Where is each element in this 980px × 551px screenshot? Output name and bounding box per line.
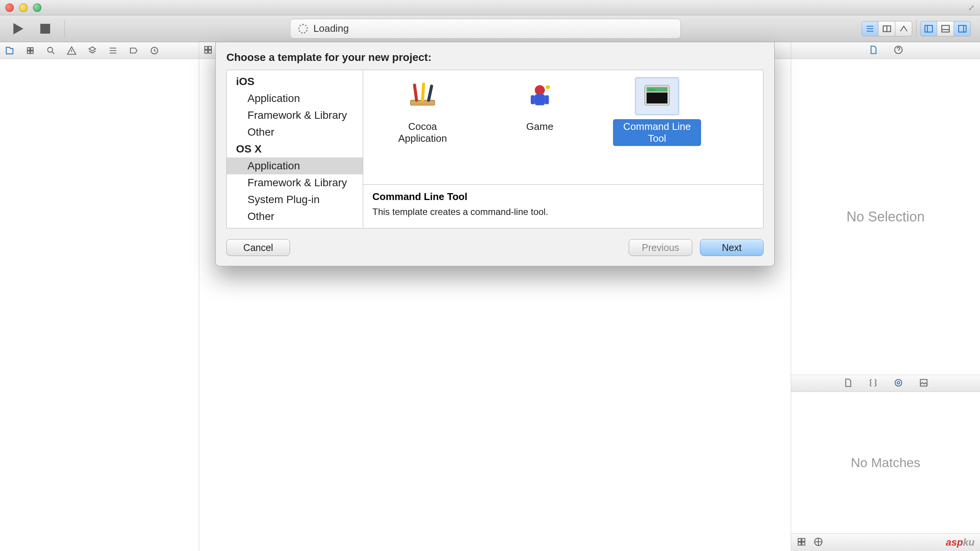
svg-rect-15 <box>545 95 549 104</box>
toolbar-divider <box>916 20 916 38</box>
editor-mode-segment <box>862 21 912 36</box>
editor-area: Choose a template for your new project: … <box>199 42 791 551</box>
project-navigator-icon[interactable] <box>4 45 15 56</box>
standard-editor-button[interactable] <box>862 21 878 36</box>
svg-rect-25 <box>798 538 801 541</box>
svg-rect-28 <box>802 542 805 545</box>
template-description: Command Line Tool This template creates … <box>363 184 763 228</box>
media-library-icon[interactable] <box>919 378 929 389</box>
category-header-osx: OS X <box>227 141 363 157</box>
no-matches-label: No Matches <box>851 455 920 470</box>
spinner-icon <box>298 24 308 34</box>
category-item[interactable]: Application <box>227 90 363 107</box>
window-titlebar: ⤢ <box>0 0 980 15</box>
svg-rect-3 <box>942 25 949 32</box>
navigator-tabs <box>0 42 199 59</box>
svg-rect-14 <box>531 95 535 104</box>
template-label: Game <box>521 119 559 134</box>
utilities-panel: No Selection No Matches aspku <box>791 42 980 551</box>
game-icon <box>524 80 556 112</box>
report-navigator-icon[interactable] <box>149 45 160 56</box>
svg-rect-2 <box>925 25 932 32</box>
template-cocoa-application[interactable]: Cocoa Application <box>379 77 467 146</box>
category-item[interactable]: Framework & Library <box>227 107 363 124</box>
version-editor-button[interactable] <box>895 21 912 36</box>
minimize-window-button[interactable] <box>19 3 28 12</box>
issue-navigator-icon[interactable] <box>66 45 77 56</box>
inspector-tabs <box>791 42 980 59</box>
object-library-icon[interactable] <box>893 378 903 389</box>
svg-point-12 <box>535 85 545 95</box>
category-item[interactable]: Framework & Library <box>227 174 363 191</box>
svg-rect-24 <box>920 379 927 386</box>
run-button[interactable] <box>9 20 26 37</box>
related-items-icon[interactable] <box>203 45 213 56</box>
next-button[interactable]: Next <box>700 239 764 256</box>
toolbar-divider <box>64 20 65 38</box>
toggle-debug-area-button[interactable] <box>937 21 954 36</box>
svg-point-5 <box>48 47 52 52</box>
category-header-ios: iOS <box>227 73 363 90</box>
list-view-icon[interactable] <box>813 537 823 548</box>
svg-rect-20 <box>647 93 668 104</box>
svg-text:exec: exec <box>648 88 655 92</box>
status-text: Loading <box>313 23 349 34</box>
new-project-sheet: Choose a template for your new project: … <box>215 42 775 266</box>
no-selection-label: No Selection <box>846 209 924 225</box>
template-command-line-tool[interactable]: exec Command Line Tool <box>613 77 701 146</box>
library-body: No Matches <box>791 392 980 533</box>
breakpoint-navigator-icon[interactable] <box>128 45 139 56</box>
previous-button[interactable]: Previous <box>629 239 692 256</box>
main-toolbar: Loading <box>0 15 980 42</box>
svg-rect-13 <box>535 94 545 105</box>
symbol-navigator-icon[interactable] <box>25 45 36 56</box>
watermark: aspku <box>946 536 975 548</box>
library-tabs <box>791 375 980 392</box>
toggle-utilities-button[interactable] <box>954 21 971 36</box>
find-navigator-icon[interactable] <box>45 45 57 56</box>
template-grid: Cocoa Application <box>363 70 763 184</box>
activity-status-field: Loading <box>290 19 681 39</box>
code-snippet-library-icon[interactable] <box>868 378 878 389</box>
template-label: Command Line Tool <box>613 119 701 146</box>
grid-view-icon[interactable] <box>796 537 806 548</box>
svg-rect-0 <box>40 24 50 34</box>
file-inspector-icon[interactable] <box>868 45 878 56</box>
debug-navigator-icon[interactable] <box>107 45 119 56</box>
watermark-asp: asp <box>946 536 963 548</box>
cocoa-app-icon <box>406 80 439 112</box>
category-item[interactable]: Other <box>227 124 363 141</box>
svg-point-22 <box>895 379 901 386</box>
template-game[interactable]: Game <box>496 77 584 134</box>
assistant-editor-button[interactable] <box>878 21 895 36</box>
cli-icon: exec <box>640 82 674 111</box>
category-item[interactable]: Other <box>227 208 363 225</box>
toggle-navigator-button[interactable] <box>920 21 937 36</box>
template-detail-title: Command Line Tool <box>372 191 754 203</box>
library-footer: aspku <box>791 533 980 551</box>
sheet-title: Choose a template for your new project: <box>226 51 764 64</box>
template-detail-text: This template creates a command-line too… <box>372 207 754 217</box>
quick-help-icon[interactable] <box>893 45 903 56</box>
svg-rect-9 <box>205 50 208 53</box>
svg-rect-26 <box>802 538 805 541</box>
svg-rect-4 <box>959 25 966 32</box>
zoom-window-button[interactable] <box>33 3 41 12</box>
svg-point-23 <box>897 381 900 384</box>
svg-point-16 <box>546 85 550 89</box>
cancel-button[interactable]: Cancel <box>226 239 290 256</box>
svg-rect-7 <box>205 46 208 49</box>
svg-rect-27 <box>798 542 801 545</box>
svg-rect-10 <box>208 50 211 53</box>
test-navigator-icon[interactable] <box>87 45 98 56</box>
watermark-ku: ku <box>963 536 975 548</box>
file-template-library-icon[interactable] <box>843 378 853 389</box>
stop-button[interactable] <box>37 20 54 37</box>
category-item[interactable]: System Plug-in <box>227 191 363 208</box>
close-window-button[interactable] <box>5 3 14 12</box>
category-item[interactable]: Application <box>227 157 363 174</box>
panel-toggle-segment <box>920 21 971 36</box>
library-panel: No Matches aspku <box>791 375 980 551</box>
fullscreen-icon[interactable]: ⤢ <box>968 3 975 12</box>
template-label: Cocoa Application <box>379 119 467 146</box>
